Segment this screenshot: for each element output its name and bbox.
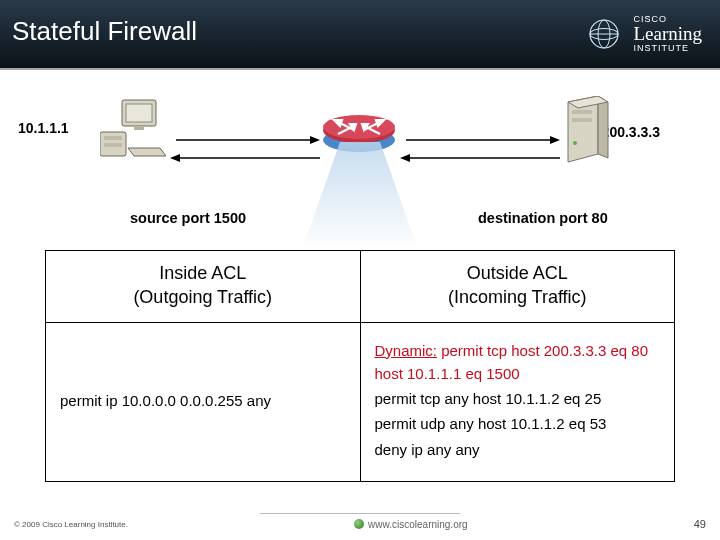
acl-table: Inside ACL (Outgoing Traffic) Outside AC… [45,250,675,482]
destination-port-label: destination port 80 [478,210,608,226]
brand-text: CISCO Learning INSTITUTE [633,15,702,54]
globe-dot-icon [354,519,364,529]
arrow-icon [400,132,560,150]
outside-acl-rules: Dynamic: permit tcp host 200.3.3.3 eq 80… [375,339,665,461]
outside-rule-dynamic: Dynamic: permit tcp host 200.3.3.3 eq 80… [375,339,665,386]
svg-rect-5 [126,104,152,122]
ip-right-label: 200.3.3.3 [602,124,660,140]
svg-rect-9 [104,143,122,147]
svg-point-28 [573,141,577,145]
inside-acl-header: Inside ACL (Outgoing Traffic) [46,251,361,323]
slide-title: Stateful Firewall [12,16,197,47]
brand-line1: Learning [633,24,702,44]
svg-marker-36 [400,154,410,162]
svg-marker-24 [598,96,608,158]
inside-acl-line2: (Outgoing Traffic) [133,287,272,307]
globe-icon [583,13,625,55]
arrow-icon [170,132,320,150]
copyright-text: © 2009 Cisco Learning Institute. [14,520,128,529]
table-row: permit ip 10.0.0.0 0.0.0.255 any Dynamic… [46,322,675,481]
svg-rect-6 [134,126,144,130]
outside-rule-4: deny ip any any [375,438,665,461]
source-port-label: source port 1500 [130,210,246,226]
svg-marker-10 [128,148,166,156]
footer-url: www.ciscolearning.org [368,519,468,530]
slide-footer: © 2009 Cisco Learning Institute. www.cis… [0,514,720,534]
svg-rect-26 [572,110,592,114]
network-diagram: 10.1.1.1 200.3.3.3 [0,80,720,250]
page-number: 49 [694,518,706,530]
brand-line2: INSTITUTE [633,44,702,53]
acl-table-wrap: Inside ACL (Outgoing Traffic) Outside AC… [45,250,675,482]
outside-acl-header: Outside ACL (Incoming Traffic) [360,251,675,323]
svg-rect-8 [104,136,122,140]
outside-acl-cell: Dynamic: permit tcp host 200.3.3.3 eq 80… [360,322,675,481]
svg-rect-27 [572,118,592,122]
server-icon [560,96,610,170]
ip-left-label: 10.1.1.1 [18,120,69,136]
outside-acl-line1: Outside ACL [467,263,568,283]
outside-rule-3: permit udp any host 10.1.1.2 eq 53 [375,412,665,435]
footer-url-block: www.ciscolearning.org [354,519,468,530]
brand-block: CISCO Learning INSTITUTE [583,13,702,55]
slide-header: Stateful Firewall CISCO Learning INSTITU… [0,0,720,70]
dynamic-label: Dynamic: [375,342,438,359]
table-row: Inside ACL (Outgoing Traffic) Outside AC… [46,251,675,323]
svg-marker-34 [170,154,180,162]
inside-acl-line1: Inside ACL [159,263,246,283]
workstation-icon [100,98,166,164]
inside-acl-cell: permit ip 10.0.0.0 0.0.0.255 any [46,322,361,481]
svg-marker-30 [310,136,320,144]
inside-acl-rule: permit ip 10.0.0.0 0.0.0.255 any [60,392,271,409]
arrow-icon [170,150,320,168]
outside-rule-2: permit tcp any host 10.1.1.2 eq 25 [375,387,665,410]
arrow-icon [400,150,560,168]
outside-acl-line2: (Incoming Traffic) [448,287,587,307]
svg-point-13 [323,115,395,139]
svg-marker-32 [550,136,560,144]
